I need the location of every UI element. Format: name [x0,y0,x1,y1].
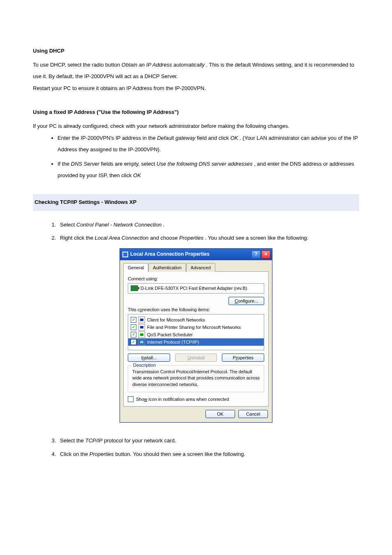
list-item[interactable]: ✓ QoS Packet Scheduler [128,331,264,338]
text-italic: OK [231,135,238,141]
text-italic: TCP/IP [85,437,102,444]
item-label: File and Printer Sharing for Microsoft N… [147,324,241,330]
heading-fixed-ip: Using a fixed IP Address ("Use the follo… [33,106,359,118]
configure-button[interactable]: Configure... [228,297,264,305]
dialog-title: Local Area Connection Properties [130,251,210,258]
list-item[interactable]: ✓ File and Printer Sharing for Microsoft… [128,324,264,331]
text-italic: Default gateway [157,135,195,141]
dialog-titlebar[interactable]: Local Area Connection Properties ? × [120,249,272,260]
cancel-button[interactable]: Cancel [238,410,268,418]
text: Select [60,222,76,228]
show-icon-label: Show icon in notification area when conn… [136,396,229,402]
item-label: Client for Microsoft Networks [147,317,205,323]
items-label: This connection uses the following items… [128,307,264,312]
checkbox-icon[interactable] [128,396,134,402]
step-item: Select Control Panel - Network Connectio… [58,219,359,231]
tab-general[interactable]: General [123,263,148,272]
paragraph: To use DHCP, select the radio button Obt… [33,59,359,83]
nic-icon [131,285,138,291]
service-icon [138,331,145,338]
text: If the [58,161,71,167]
service-icon [138,324,145,331]
description-title: Description [131,362,157,368]
checkbox-icon[interactable]: ✓ [131,339,136,345]
item-label: Internet Protocol (TCP/IP) [147,339,199,345]
text: To use DHCP, select the radio button [33,62,122,68]
checkbox-icon[interactable]: ✓ [131,324,136,330]
text-italic: Local Area Connection [95,235,149,241]
text: and choose [150,235,179,241]
text-italic: OK [133,172,141,178]
connect-using-label: Connect using: [128,276,264,282]
text: fields are empty, select [101,161,157,167]
properties-dialog: Local Area Connection Properties ? × Gen… [120,248,272,423]
text: Select the [60,437,85,444]
client-icon [138,317,145,323]
help-button[interactable]: ? [251,250,261,259]
description-group: Description Transmission Control Protoco… [128,365,264,392]
text: Right click the [60,235,95,241]
adapter-field[interactable]: D-Link DFE-530TX PCI Fast Ethernet Adapt… [128,283,264,293]
text: protocol for your network card. [104,437,176,444]
text: . [163,222,165,228]
text: field and click [197,135,231,141]
tab-advanced[interactable]: Advanced [186,263,215,272]
text-italic: Use the following DNS server addresses [157,161,252,167]
section-heading-xp: Checking TCP/IP Settings - Windows XP [33,194,359,211]
description-text: Transmission Control Protocol/Internet P… [132,369,260,388]
paragraph: If your PC is already configured, check … [33,120,359,132]
heading-dhcp: Using DHCP [33,45,359,57]
items-listbox[interactable]: ✓ Client for Microsoft Networks ✓ File a… [128,314,264,350]
show-icon-row[interactable]: Show icon in notification area when conn… [128,396,264,402]
step-item: Select the TCP/IP protocol for your netw… [58,435,359,447]
text-italic: Properties [179,235,203,241]
text-italic: Obtain an IP Address automatically [122,62,205,68]
text-italic: Control Panel - Network Connection [76,222,161,228]
text: . You should see a screen like the follo… [205,235,309,241]
list-item[interactable]: ✓ Client for Microsoft Networks [128,316,264,324]
tab-authentication[interactable]: Authentication [148,263,186,272]
list-item-selected[interactable]: ✓ Internet Protocol (TCP/IP) [128,338,264,346]
window-icon [122,252,128,257]
text-italic: Properties [90,451,114,457]
btn-text: onfigure... [238,298,258,303]
adapter-name: D-Link DFE-530TX PCI Fast Ethernet Adapt… [141,285,247,291]
properties-button[interactable]: Properties [222,354,264,362]
text-italic: DNS Server [71,161,99,167]
bullet-item: Enter the IP-2000VPN's IP address in the… [58,132,359,156]
dialog-tabs: General Authentication Advanced [120,260,272,271]
text: Enter the IP-2000VPN's IP address in the [58,135,157,141]
item-label: QoS Packet Scheduler [147,332,193,338]
text: Click on the [60,451,90,457]
close-button[interactable]: × [261,250,270,259]
step-item: Click on the Properties button. You shou… [58,449,359,460]
uninstall-button: Uninstall [175,354,217,362]
bullet-item: If the DNS Server fields are empty, sele… [58,158,359,182]
ok-button[interactable]: OK [205,410,235,418]
checkbox-icon[interactable]: ✓ [131,317,136,323]
text: button. You should then see a screen lik… [115,451,245,457]
protocol-icon [138,339,145,345]
paragraph: Restart your PC to ensure it obtains an … [33,83,359,95]
checkbox-icon[interactable]: ✓ [131,332,136,338]
install-button[interactable]: Install... [128,354,170,362]
step-item: Right click the Local Area Connection an… [58,232,359,244]
